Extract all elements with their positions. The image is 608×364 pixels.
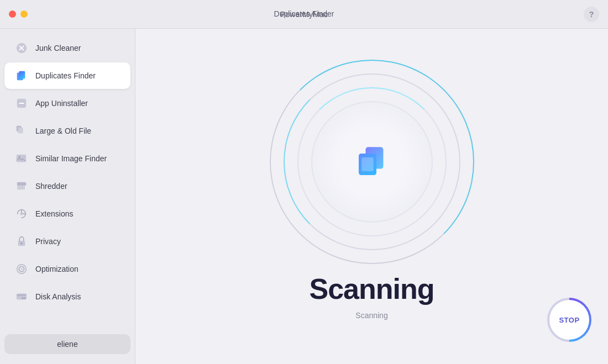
- stop-button[interactable]: STOP: [549, 300, 589, 340]
- shredder-icon: [14, 179, 29, 193]
- sidebar-item-app-uninstaller[interactable]: App Uninstaller: [4, 90, 130, 117]
- stop-button-wrapper[interactable]: STOP: [547, 298, 591, 342]
- svg-point-17: [20, 242, 23, 245]
- sidebar-item-label: Disk Analysis: [35, 292, 81, 301]
- sidebar-item-disk-analysis[interactable]: Disk Analysis: [4, 283, 130, 310]
- content-area: Scanning Scanning STOP: [135, 29, 608, 364]
- sidebar-item-shredder[interactable]: Shredder: [4, 173, 130, 199]
- image-icon: [14, 151, 29, 166]
- scanning-title: Scanning: [309, 272, 434, 305]
- svg-rect-27: [361, 157, 373, 171]
- svg-rect-6: [19, 128, 23, 134]
- uninstall-icon: [14, 96, 29, 110]
- sidebar-item-label: App Uninstaller: [35, 99, 88, 108]
- svg-rect-9: [17, 182, 27, 186]
- rings-wrapper: [267, 57, 477, 267]
- sidebar-item-large-old-file[interactable]: Large & Old File: [4, 118, 130, 144]
- titlebar: PowerMyMac Duplicates Finder ?: [0, 0, 608, 29]
- user-button[interactable]: eliene: [4, 334, 130, 354]
- sidebar-item-duplicates-finder[interactable]: Duplicates Finder: [4, 62, 130, 89]
- page-title: Duplicates Finder: [274, 9, 334, 18]
- svg-rect-14: [24, 186, 25, 189]
- scan-container: Scanning Scanning: [267, 57, 477, 320]
- center-icon: [347, 137, 397, 187]
- sidebar-item-label: Similar Image Finder: [35, 154, 107, 163]
- duplicate-icon: [14, 68, 29, 83]
- sidebar-item-label: Shredder: [35, 182, 67, 191]
- extension-icon: [14, 207, 29, 221]
- sidebar-item-junk-cleaner[interactable]: Junk Cleaner: [4, 35, 130, 61]
- help-button[interactable]: ?: [584, 7, 599, 22]
- svg-rect-10: [18, 186, 19, 189]
- minimize-button[interactable]: [20, 10, 28, 18]
- sidebar: Junk Cleaner: [0, 29, 135, 364]
- optimization-icon: [14, 262, 29, 276]
- traffic-lights: [9, 10, 28, 18]
- sidebar-item-label: Junk Cleaner: [35, 44, 81, 52]
- broom-icon: [14, 41, 29, 55]
- main-layout: Junk Cleaner: [0, 29, 608, 364]
- svg-rect-12: [20, 186, 22, 189]
- svg-rect-2: [19, 71, 25, 79]
- sidebar-item-label: Privacy: [35, 237, 61, 246]
- sidebar-item-label: Optimization: [35, 265, 78, 273]
- sidebar-item-optimization[interactable]: Optimization: [4, 256, 130, 282]
- svg-rect-11: [19, 186, 20, 189]
- sidebar-item-label: Large & Old File: [35, 126, 91, 135]
- svg-point-23: [24, 297, 26, 299]
- scanning-subtitle: Scanning: [355, 311, 387, 320]
- svg-rect-13: [22, 186, 23, 189]
- file-icon: [14, 124, 29, 138]
- sidebar-item-label: Extensions: [35, 209, 73, 218]
- lock-icon: [14, 234, 29, 249]
- sidebar-item-similar-image[interactable]: Similar Image Finder: [4, 145, 130, 172]
- sidebar-item-privacy[interactable]: Privacy: [4, 228, 130, 255]
- svg-rect-22: [17, 294, 27, 296]
- sidebar-item-extensions[interactable]: Extensions: [4, 201, 130, 227]
- svg-point-24: [22, 297, 24, 299]
- close-button[interactable]: [9, 10, 16, 18]
- disk-icon: [14, 289, 29, 304]
- sidebar-footer: eliene: [0, 330, 135, 358]
- sidebar-item-label: Duplicates Finder: [35, 71, 96, 80]
- svg-point-20: [20, 268, 23, 270]
